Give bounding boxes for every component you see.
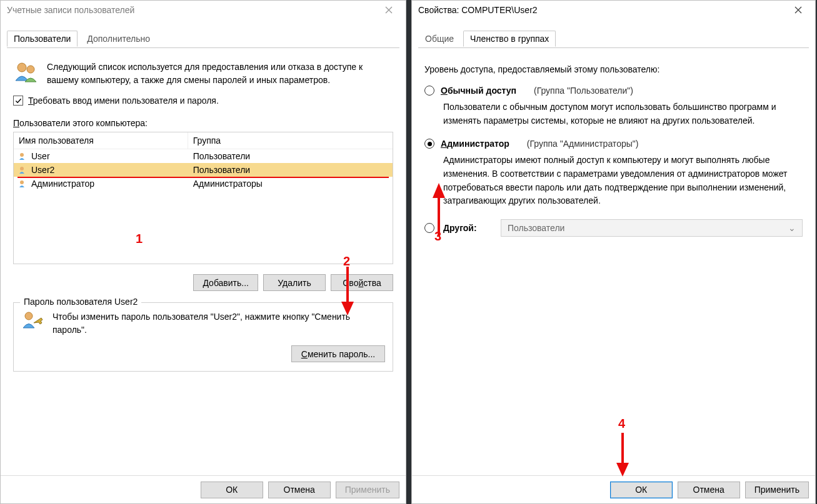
add-button[interactable]: Добавить... [193,274,258,291]
delete-button[interactable]: Удалить [263,274,326,291]
close-icon [794,6,802,14]
option-admin: Администратор (Группа "Администраторы") … [424,139,803,208]
list-row[interactable]: Администратор Администраторы [14,177,393,190]
body-right: Уровень доступа, предоставляемый этому п… [412,48,815,475]
option-other: Другой: Пользователи ⌄ [424,219,803,237]
option-normal-group: (Группа "Пользователи") [534,86,633,96]
radio-normal[interactable] [424,86,434,96]
list-row[interactable]: User2 Пользователи [14,163,393,177]
option-other-name: Другой: [443,223,492,233]
list-buttons: Добавить... Удалить Свойства [13,274,393,291]
list-body: User Пользователи User2 Пользователи [14,149,393,264]
cancel-button-left[interactable]: Отмена [268,482,331,498]
titlebar-right: Свойства: COMPUTER\User2 [412,1,815,19]
user-properties-dialog: Свойства: COMPUTER\User2 Общие Членство … [411,0,816,504]
svg-point-3 [20,167,24,170]
tab-general[interactable]: Общие [418,31,461,46]
require-login-checkbox[interactable] [13,96,23,106]
col-group[interactable]: Группа [188,132,393,149]
col-username[interactable]: Имя пользователя [14,132,188,149]
other-group-combo[interactable]: Пользователи ⌄ [501,219,803,237]
svg-point-2 [20,153,24,157]
row-group: Администраторы [193,179,263,189]
option-admin-name: Администратор [441,139,509,149]
password-legend: Пароль пользователя User2 [20,297,141,307]
password-text: Чтобы изменить пароль пользователя "User… [53,310,385,337]
combo-value: Пользователи [508,223,564,233]
option-admin-group: (Группа "Администраторы") [527,139,639,149]
body-left: Следующий список используется для предос… [1,48,406,475]
cancel-button-right[interactable]: Отмена [678,482,740,498]
row-name: User [31,151,50,161]
require-login-label: Требовать ввод имени пользователя и паро… [28,96,219,106]
svg-point-4 [20,180,24,184]
tab-membership[interactable]: Членство в группах [463,31,556,47]
info-row: Следующий список используется для предос… [13,61,393,87]
password-group: Пароль пользователя User2 Чтобы изменить… [13,302,393,372]
option-admin-desc: Администраторы имеют полный доступ к ком… [443,154,800,208]
apply-button-right[interactable]: Применить [745,482,809,498]
tabs-left: Пользователи Дополнительно [7,31,399,48]
svg-point-1 [27,66,34,73]
users-icon [13,61,39,87]
svg-point-5 [25,312,33,320]
key-user-icon [21,310,44,332]
row-name: User2 [31,165,54,175]
option-normal: Обычный доступ (Группа "Пользователи") П… [424,86,803,127]
row-group: Пользователи [193,151,250,161]
users-list: Имя пользователя Группа User Пользовател… [13,132,393,264]
radio-other[interactable] [424,223,434,233]
chevron-down-icon: ⌄ [788,223,796,233]
access-label: Уровень доступа, предоставляемый этому п… [424,64,803,74]
footer-right: ОК Отмена Применить [412,475,815,503]
user-icon [19,166,29,174]
radio-admin[interactable] [424,139,434,149]
tab-advanced[interactable]: Дополнительно [80,31,157,46]
title-left: Учетные записи пользователей [7,5,377,15]
user-icon [19,180,29,187]
option-normal-desc: Пользователи с обычным доступом могут ис… [443,101,800,127]
close-button-right[interactable] [786,1,810,19]
close-icon [385,6,393,14]
properties-button[interactable]: Свойства [331,274,393,291]
tab-users[interactable]: Пользователи [7,31,78,47]
row-name: Администратор [31,179,94,189]
ok-button-left[interactable]: ОК [201,482,263,498]
apply-button-left[interactable]: Применить [336,482,399,498]
change-password-button[interactable]: Сменить пароль... [291,345,385,362]
ok-button-right[interactable]: ОК [610,482,673,498]
close-button-left[interactable] [377,1,401,19]
option-normal-name: Обычный доступ [441,86,516,96]
list-row[interactable]: User Пользователи [14,149,393,163]
footer-left: ОК Отмена Применить [1,475,406,503]
title-right: Свойства: COMPUTER\User2 [418,5,786,15]
list-label: Пользователи этого компьютера: [13,118,393,128]
svg-point-0 [18,63,26,72]
info-text: Следующий список используется для предос… [47,61,393,87]
list-header: Имя пользователя Группа [14,132,393,149]
require-login-row[interactable]: Требовать ввод имени пользователя и паро… [13,96,393,106]
user-icon [19,152,29,160]
row-group: Пользователи [193,165,250,175]
titlebar-left: Учетные записи пользователей [1,1,406,19]
user-accounts-dialog: Учетные записи пользователей Пользовател… [0,0,406,504]
tabs-right: Общие Членство в группах [418,31,809,48]
